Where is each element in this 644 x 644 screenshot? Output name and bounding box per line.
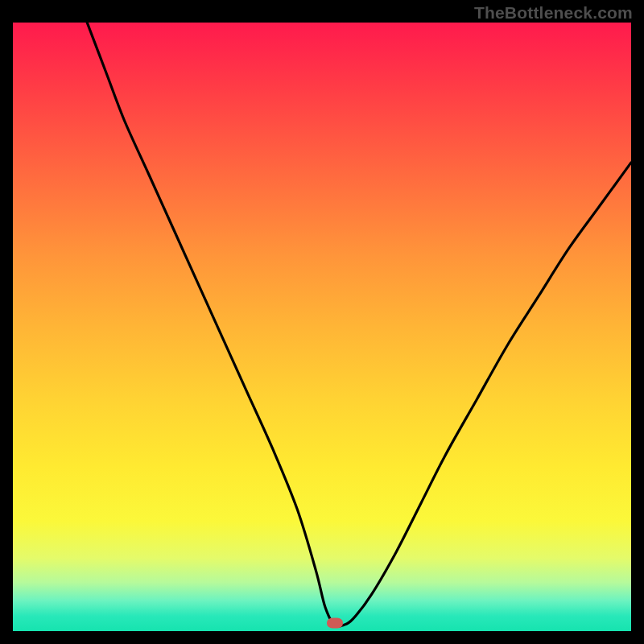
- bottleneck-marker: [327, 618, 343, 629]
- chart-frame: TheBottleneck.com: [0, 0, 644, 644]
- plot-area: [13, 23, 631, 631]
- bottleneck-curve: [13, 23, 631, 631]
- watermark-text: TheBottleneck.com: [474, 3, 633, 23]
- curve-path: [87, 23, 631, 626]
